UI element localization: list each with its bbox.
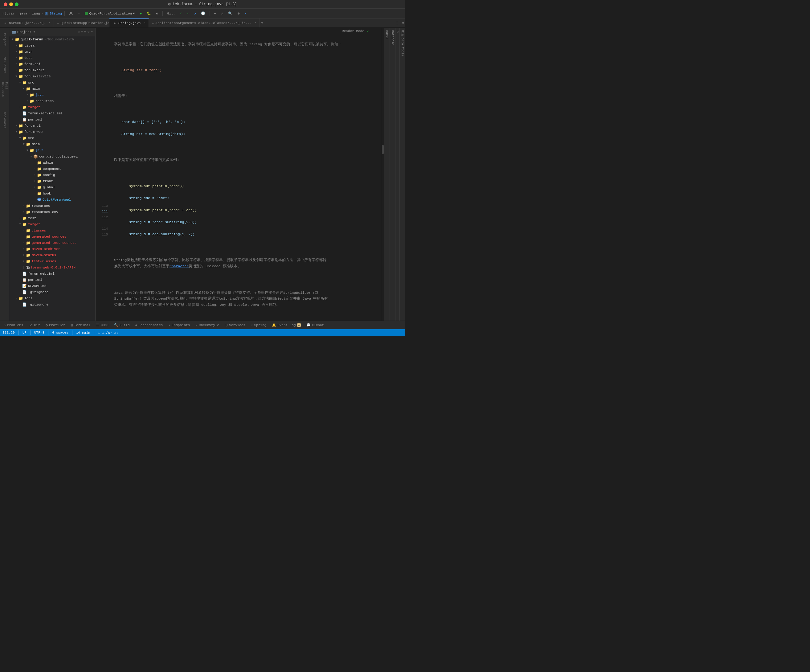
database-panel-label[interactable]: Database (390, 28, 395, 321)
tree-fw-classes[interactable]: › 📁 classes (9, 228, 95, 234)
tree-forum-service-java[interactable]: › 📁 java (9, 92, 95, 98)
tree-fw-resources[interactable]: › 📁 resources (9, 203, 95, 209)
maven-panel-label[interactable]: Maven (384, 28, 390, 321)
tree-fw-quickforum[interactable]: Sp QuickForumAppl (9, 197, 95, 203)
statusbar-encoding[interactable]: UTF-8 (34, 331, 44, 334)
checkstyle-tab[interactable]: ✓ CheckStyle (193, 321, 222, 329)
tree-form-api[interactable]: › 📁 form-api (9, 61, 95, 67)
tree-fw-admin[interactable]: › 📁 admin (9, 160, 95, 166)
tree-fw-iml[interactable]: 📄 forum-web.iml (9, 271, 95, 277)
search-btn[interactable]: 🔍 (226, 11, 234, 16)
profile-btn[interactable] (67, 11, 74, 16)
tree-forum-service-src[interactable]: ▼ 📁 src (9, 79, 95, 86)
project-dropdown[interactable]: QuickForumApplication ▼ (83, 11, 137, 16)
statusbar-commits[interactable]: △ 1↓/0↑ 2↓ (98, 331, 118, 335)
editor-scrollbar[interactable] (381, 28, 384, 321)
tree-forum-service[interactable]: ▼ 📁 forum-service (9, 73, 95, 79)
dependencies-tab[interactable]: ◈ Dependencies (133, 321, 165, 329)
tree-fw-java[interactable]: ▼ 📁 java (9, 147, 95, 154)
git-check2[interactable]: ✓ (185, 11, 191, 16)
tab-0[interactable]: ☕ NAPSHOT.jar/.../QuickForumApplication.… (0, 19, 54, 28)
close-tree-btn[interactable]: − (91, 30, 93, 34)
tree-fw-package[interactable]: ▼ 📦 com.github.liuyueyi (9, 154, 95, 160)
tree-fw-config[interactable]: › 📁 config (9, 172, 95, 178)
breadcrumb-java[interactable]: java (19, 12, 27, 15)
run-config-btn[interactable]: ⚙ (154, 11, 160, 16)
tab-3[interactable]: ☕ ApplicationArguments.class × (149, 19, 204, 28)
tree-fw-gitignore[interactable]: 📄 .gitignore (9, 289, 95, 295)
tab-4[interactable]: ☕ classes/.../Quic... × (204, 19, 260, 28)
run-btn[interactable]: ▶ (138, 11, 144, 16)
tree-fw-gen-test-sources[interactable]: › 📁 generated-test-sources (9, 240, 95, 246)
bookmarks-panel-label[interactable]: Bookmarks (1, 111, 8, 130)
undo-btn[interactable]: ↩ (213, 11, 218, 16)
bigdata-panel-label[interactable]: Big Data Tools (400, 28, 405, 321)
d-panel-label[interactable]: D (395, 28, 400, 321)
tree-forum-service-main[interactable]: ▼ 📁 main (9, 86, 95, 92)
spring-tab[interactable]: ⚡ Spring (248, 321, 269, 329)
breadcrumb-rt[interactable]: rt.jar (2, 12, 15, 15)
tree-docs[interactable]: › 📁 docs (9, 55, 95, 61)
build-tab[interactable]: 🔨 Build (111, 321, 132, 329)
char-link[interactable]: Character (169, 264, 189, 268)
tab-2[interactable]: ☕ String.java × (110, 19, 149, 28)
structure-panel-label[interactable]: Structure (1, 56, 8, 74)
services-tab[interactable]: ⬡ Services (222, 321, 248, 329)
tree-fw-main[interactable]: ▼ 📁 main (9, 141, 95, 147)
tree-fw-resources-env[interactable]: › 📁 resources-env (9, 209, 95, 215)
project-panel-label[interactable]: Project (1, 30, 8, 49)
tree-fw-readme[interactable]: 📝 README.md (9, 283, 95, 289)
tree-forum-service-iml[interactable]: 📄 forum-service.iml (9, 110, 95, 117)
tree-forum-core[interactable]: › 📁 forum-core (9, 67, 95, 73)
power-btn[interactable]: ⚡ (243, 11, 248, 16)
maximize-button[interactable] (15, 2, 19, 6)
tree-logs[interactable]: › 📁 logs (9, 295, 95, 302)
tab-close-0[interactable]: × (49, 21, 51, 25)
profiler-tab[interactable]: ◷ Profiler (43, 321, 68, 329)
locate-file-btn[interactable]: ⊕ (78, 30, 80, 34)
editor-content[interactable]: 110 111 112 114 115 字符串是常量；它们的值在创建后无法更改。… (96, 28, 384, 321)
project-dropdown-arrow[interactable]: ▼ (33, 30, 35, 34)
tab-close-2[interactable]: × (143, 22, 145, 25)
tree-forum-service-target[interactable]: › 📁 target (9, 104, 95, 110)
git-history[interactable]: 🕐 (199, 11, 207, 16)
tree-fw-maven-status[interactable]: › 📁 maven-status (9, 252, 95, 258)
tree-fw-src[interactable]: ▼ 📁 src (9, 135, 95, 141)
tab-close-4[interactable]: × (255, 21, 256, 25)
settings-btn[interactable]: ⚙ (236, 11, 241, 16)
event-log-tab[interactable]: 🔔 Event Log 1 (269, 321, 303, 329)
endpoints-tab[interactable]: ↗ Endpoints (166, 321, 192, 329)
tab-1[interactable]: ☕ QuickForumApplication.java × (54, 19, 110, 28)
statusbar-indent[interactable]: 4 spaces (52, 331, 68, 334)
minimize-button[interactable] (9, 2, 13, 6)
tree-forum-service-pom[interactable]: 📋 pom.xml (9, 117, 95, 123)
tree-forum-web[interactable]: ▼ 📁 forum-web (9, 129, 95, 135)
tree-fw-gen-sources[interactable]: › 📁 generated-sources (9, 234, 95, 240)
git-arrow[interactable]: ↗ (192, 11, 198, 16)
tab-split-btn[interactable]: ⋮ (395, 20, 399, 25)
tree-fw-jar[interactable]: ║ 🗜 forum-web-0.0.1-SNAPSH (9, 265, 95, 271)
terminal-tab[interactable]: ▤ Terminal (68, 321, 93, 329)
tree-forum-ui[interactable]: › 📁 forum-ui (9, 123, 95, 129)
tree-idea[interactable]: › 📁 .idea (9, 42, 95, 49)
translate-btn[interactable]: ⇄ (219, 11, 225, 16)
close-button[interactable] (4, 2, 7, 6)
settings-tree-btn[interactable]: ⚙ (88, 30, 90, 34)
statusbar-lf[interactable]: LF (22, 331, 27, 334)
breadcrumb-lang[interactable]: lang (32, 12, 40, 15)
tree-forum-service-resources[interactable]: › 📁 resources (9, 98, 95, 104)
tree-mvn[interactable]: › 📁 .mvn (9, 49, 95, 55)
tree-fw-component[interactable]: › 📁 component (9, 166, 95, 172)
tree-gitignore2[interactable]: 📄 .gitignore (9, 302, 95, 307)
tab-more-btn[interactable]: ▼ (261, 21, 263, 25)
debug-btn[interactable]: 🐛 (145, 11, 153, 16)
pull-requests-panel-label[interactable]: Pull Requests (1, 82, 8, 103)
tree-fw-target[interactable]: ▼ 📁 target (9, 221, 95, 228)
back-btn[interactable]: ← (76, 11, 82, 16)
tree-fw-global[interactable]: › 📁 global (9, 184, 95, 191)
tree-fw-test[interactable]: › 📁 test (9, 215, 95, 221)
collapse-all-btn[interactable]: ≡ (81, 30, 83, 34)
tree-fw-front[interactable]: › 📁 front (9, 178, 95, 184)
xechat-tab[interactable]: 💬 XEChat (304, 321, 327, 329)
git-tab[interactable]: ⎇ Git (26, 321, 42, 329)
